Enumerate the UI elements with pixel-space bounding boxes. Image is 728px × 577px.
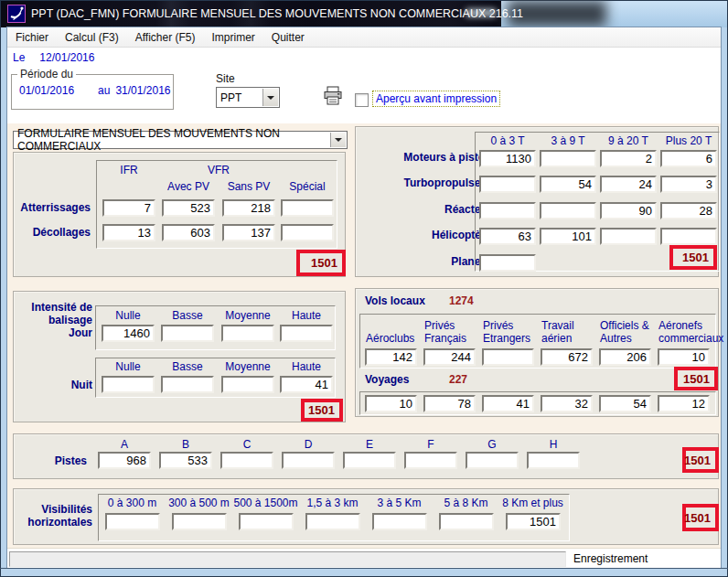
printer-icon[interactable] (322, 86, 344, 106)
visibilites-total-badge: 1501 (682, 504, 719, 531)
titlebar: PPT (DAC_FMN) FORMULAIRE MENSUEL DES MOU… (1, 1, 727, 27)
pistes-label: Pistes (14, 454, 87, 467)
voyages-prives-fr-input[interactable] (423, 395, 476, 412)
planeurs-0-3t-input[interactable] (479, 254, 536, 272)
menu-item-afficher[interactable]: Afficher (F5) (127, 29, 204, 46)
voyages-commerciaux-input[interactable] (658, 395, 710, 412)
menu-item-imprimer[interactable]: Imprimer (204, 29, 263, 46)
preview-checkbox-label[interactable]: Aperçu avant impression (372, 91, 500, 107)
decollages-special-input[interactable] (281, 224, 334, 241)
col-header-h: H (527, 439, 580, 451)
app-icon[interactable] (7, 5, 26, 23)
locaux-commerciaux-input[interactable] (658, 348, 710, 366)
helico-3-9t-input[interactable] (540, 228, 596, 245)
locaux-aeroclubs-input[interactable] (365, 348, 417, 366)
periode-from: 01/01/2016 (19, 84, 74, 97)
col-header-prives-fr: Privés Français (424, 317, 479, 345)
nuit-nulle-input[interactable] (102, 376, 155, 393)
vis-8km-plus-input[interactable] (506, 513, 561, 530)
jour-label: Jour (14, 326, 92, 339)
vis-3-5km-input[interactable] (372, 513, 427, 530)
col-header-nulle: Nulle (102, 361, 155, 373)
col-header-avec-pv: Avec PV (162, 181, 215, 193)
pistons-9-20t-input[interactable] (600, 150, 657, 167)
pistons-0-3t-input[interactable] (479, 150, 536, 167)
col-header-haute: Haute (280, 361, 333, 373)
vols-panel: Vols locaux 1274 Aéroclubs Privés França… (355, 288, 719, 417)
piste-e-input[interactable] (343, 452, 396, 469)
atterrissages-ifr-input[interactable] (102, 199, 155, 217)
col-header-15-3km: 1,5 à 3 km (299, 497, 366, 509)
jour-moyenne-input[interactable] (221, 325, 274, 342)
decollages-sanspv-input[interactable] (222, 224, 275, 241)
voyages-total: 227 (449, 373, 467, 386)
piste-b-input[interactable] (159, 452, 212, 469)
col-header-c: C (220, 439, 273, 451)
reacteurs-plus20-input[interactable] (660, 202, 717, 219)
chevron-down-icon[interactable] (330, 133, 346, 147)
col-header-e: E (343, 439, 396, 451)
jour-nulle-input[interactable] (102, 325, 155, 342)
locaux-prives-fr-input[interactable] (423, 348, 476, 366)
menu-item-quitter[interactable]: Quitter (263, 29, 313, 46)
vis-300-500m-input[interactable] (172, 513, 227, 530)
pistons-3-9t-input[interactable] (540, 150, 596, 167)
col-header-f: F (404, 439, 457, 451)
vols-total-badge: 1501 (674, 367, 718, 390)
voyages-aeroclubs-input[interactable] (365, 395, 417, 412)
reacteurs-9-20t-input[interactable] (600, 202, 657, 219)
nuit-moyenne-input[interactable] (221, 376, 274, 393)
locaux-prives-etr-input[interactable] (482, 348, 534, 366)
col-header-travail: Travail aérien (541, 317, 596, 345)
periode-groupbox: Période du 01/01/2016 au 31/01/2016 (11, 68, 174, 110)
piste-c-input[interactable] (220, 452, 273, 469)
col-header-moyenne: Moyenne (221, 310, 274, 322)
locaux-travail-input[interactable] (541, 348, 593, 366)
piste-g-input[interactable] (466, 452, 519, 469)
atterrissages-special-input[interactable] (281, 199, 334, 217)
form-selector-combobox[interactable]: FORMULAIRE MENSUEL DES MOUVEMENTS NON CO… (13, 131, 348, 149)
balisage-jour-table: Nulle Basse Moyenne Haute (95, 305, 336, 350)
vis-15-3km-input[interactable] (305, 513, 360, 530)
jour-basse-input[interactable] (161, 325, 214, 342)
voyages-prives-etr-input[interactable] (482, 395, 534, 412)
menu-item-calcul[interactable]: Calcul (F3) (57, 29, 127, 46)
vols-locaux-total: 1274 (449, 294, 474, 307)
vis-5-8km-input[interactable] (439, 513, 494, 530)
vis-0-300m-input[interactable] (105, 513, 160, 530)
nuit-basse-input[interactable] (161, 376, 214, 393)
turbo-9-20t-input[interactable] (600, 176, 657, 193)
piste-d-input[interactable] (282, 452, 335, 469)
reacteurs-0-3t-input[interactable] (479, 202, 536, 219)
helico-plus20-input[interactable] (660, 228, 717, 245)
decollages-avecpv-input[interactable] (162, 224, 215, 241)
decollages-ifr-input[interactable] (102, 224, 155, 241)
locaux-officiels-input[interactable] (599, 348, 651, 366)
chevron-down-icon[interactable] (262, 89, 278, 106)
piste-a-input[interactable] (98, 452, 151, 469)
col-header-basse: Basse (161, 361, 214, 373)
jour-haute-input[interactable] (280, 325, 333, 342)
vis-500-1500m-input[interactable] (239, 513, 294, 530)
helico-9-20t-input[interactable] (600, 228, 657, 245)
voyages-travail-input[interactable] (541, 395, 593, 412)
site-combobox[interactable]: PPT (216, 87, 280, 108)
menu-item-fichier[interactable]: Fichier (7, 29, 57, 46)
turbo-0-3t-input[interactable] (479, 176, 536, 193)
piste-h-input[interactable] (527, 452, 580, 469)
pistons-plus20-input[interactable] (660, 150, 717, 167)
col-header-9-20t: 9 à 20 T (600, 135, 657, 147)
atterrissages-avecpv-input[interactable] (162, 199, 215, 217)
decollages-label: Décollages (19, 226, 91, 239)
piste-f-input[interactable] (404, 452, 457, 469)
preview-checkbox[interactable] (355, 93, 369, 107)
atterrissages-sanspv-input[interactable] (222, 199, 275, 217)
voyages-officiels-input[interactable] (599, 395, 651, 412)
status-progress-area (9, 551, 566, 567)
turbo-3-9t-input[interactable] (540, 176, 596, 193)
helico-0-3t-input[interactable] (479, 228, 536, 245)
nuit-haute-input[interactable] (280, 376, 333, 393)
reacteurs-3-9t-input[interactable] (540, 202, 596, 219)
window-title: PPT (DAC_FMN) FORMULAIRE MENSUEL DES MOU… (31, 1, 523, 27)
turbo-plus20-input[interactable] (660, 176, 717, 193)
